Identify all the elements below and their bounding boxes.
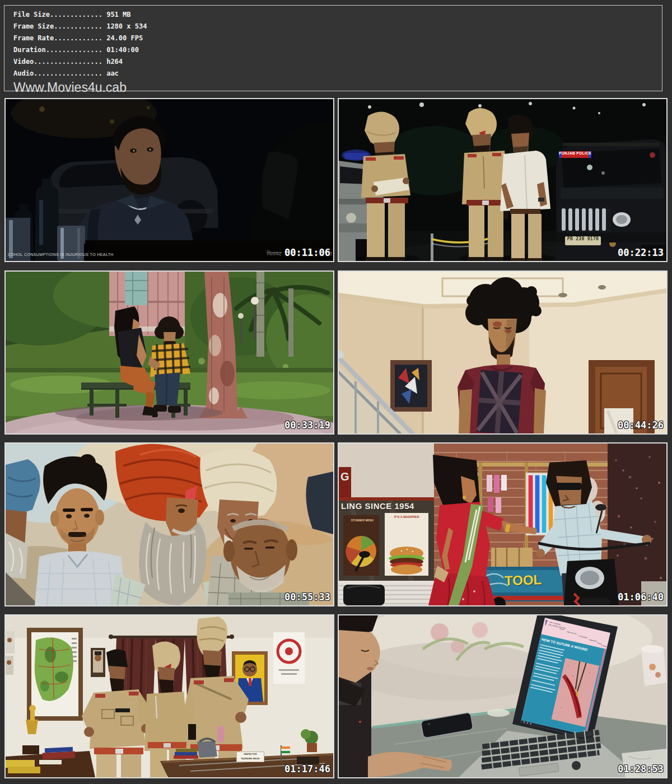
burger-poster-text: IT'S A WHOPPER: [386, 515, 427, 519]
screenshot-thumb-5: 00:55:33: [4, 442, 334, 606]
site-watermark: Www.Movies4u.cab: [13, 80, 662, 95]
desk-nameplate: INSPECTOR TAJINDER SINGH: [236, 752, 264, 762]
frame-size-line: Frame Size............ 1280 x 534: [13, 21, 662, 32]
scene-night-bar: [6, 99, 333, 261]
scene-laptop-browsing: THE LONDON WELLNESS CENTRE Home Help me …: [339, 615, 666, 777]
frame-rate-line: Frame Rate............ 24.00 FPS: [13, 32, 662, 44]
screenshot-thumb-7: INSPECTOR TAJINDER SINGH 01:17:46: [4, 614, 334, 778]
duration-line: Duration.............. 01:40:00: [13, 44, 662, 56]
cart-graffiti-text: TOOL: [505, 571, 556, 589]
audio-codec-line: Audio................. aac: [13, 68, 662, 80]
scene-police-office: [6, 615, 333, 777]
screenshot-thumb-4: 00:44:26: [338, 270, 668, 435]
timestamp-badge: 00:22:13: [618, 247, 664, 258]
file-info-panel: File Size............. 951 MB Frame Size…: [4, 5, 662, 91]
file-size-line: File Size............. 951 MB: [13, 9, 662, 21]
scene-street-market: [339, 444, 666, 605]
screenshot-thumb-1: COHOL CONSUMPTIONS IS INJURIOUS TO HEALT…: [4, 98, 334, 262]
timestamp-badge: 00:55:33: [284, 591, 330, 603]
timestamp-badge: 00:11:06: [284, 247, 330, 258]
screenshot-thumb-2: PUNJAB POLICE PB 230 9170 00:22:13: [338, 98, 668, 262]
scene-police-night: [339, 99, 666, 261]
menu-poster-text: STUNNER MENU: [347, 519, 378, 522]
timestamp-badge: 01:28:53: [618, 763, 664, 774]
nameplate-title: INSPECTOR: [237, 752, 264, 757]
punjab-police-banner: PUNJAB POLICE: [559, 151, 591, 158]
timestamp-badge: 01:17:46: [284, 763, 330, 774]
screenshot-thumb-6: G LING SINCE 1954 STUNNER MENU IT'S A WH…: [338, 442, 668, 606]
hp-logo-icon: [572, 761, 581, 770]
timestamp-badge: 00:44:26: [618, 419, 664, 431]
timestamp-badge: 01:06:40: [618, 591, 664, 603]
license-plate: PB 230 9170: [565, 236, 601, 245]
screenshot-thumb-8: THE LONDON WELLNESS CENTRE Home Help me …: [338, 614, 668, 778]
nameplate-name: TAJINDER SINGH: [237, 757, 264, 761]
scene-village-crowd: [6, 444, 333, 605]
scene-park-bench: [6, 272, 333, 433]
scene-staircase-indoor: [339, 272, 666, 433]
subtitle-fragment-left: मिलावट: [267, 250, 282, 257]
screenshot-thumb-3: 00:33:19: [4, 270, 334, 435]
storefront-tagline: LING SINCE 1954: [341, 501, 432, 511]
statutory-warning-text: COHOL CONSUMPTIONS IS INJURIOUS TO HEALT…: [8, 253, 114, 256]
video-codec-line: Video................. h264: [13, 56, 662, 68]
timestamp-badge: 00:33:19: [284, 419, 330, 431]
storefront-letter: G: [340, 470, 349, 483]
